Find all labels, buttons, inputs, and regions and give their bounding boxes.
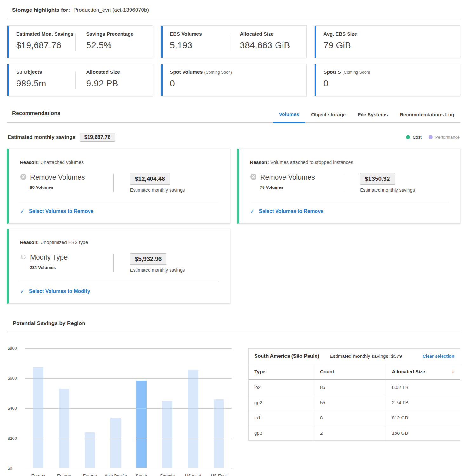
x-axis-label: US East(Ohio)	[206, 473, 232, 476]
x-label-line1: Asia Pacific	[103, 473, 129, 476]
chart-column	[129, 348, 154, 468]
accent-bar	[315, 64, 316, 96]
table-cell: io1	[249, 410, 314, 425]
stat-label-row: EBS Volumes	[170, 31, 229, 37]
reason-row: Reason:Volumes attached to stopped insta…	[250, 160, 449, 165]
tab-file-systems[interactable]: File Systems	[352, 112, 394, 122]
column-header-type: Type	[249, 364, 314, 379]
stat-estimated-mon-savings: Estimated Mon. Savings$19,687.76	[16, 31, 75, 53]
reason-label: Reason:	[20, 160, 39, 165]
stat-value: $19,687.76	[16, 40, 75, 51]
y-axis-tick: $200	[8, 436, 23, 441]
remove-circle-icon	[250, 173, 257, 181]
tab-object-storage[interactable]: Object storage	[305, 112, 352, 122]
stat-card: Avg. EBS Size79 GiB	[314, 25, 460, 58]
action-summary: Modify Type231 Volumes	[20, 253, 113, 273]
action-title: Modify Type	[30, 253, 68, 262]
region-section-heading: Potential Savings by Region	[7, 320, 460, 332]
bar-canada-central[interactable]	[162, 401, 172, 468]
column-header-allocated-size[interactable]: Allocated Size ↓	[386, 364, 460, 379]
chart-column	[25, 348, 51, 468]
gridline	[25, 439, 232, 439]
clear-selection-link[interactable]: Clear selection	[423, 354, 454, 359]
x-axis-label: Europe(London)	[51, 473, 77, 476]
action-head: Remove Volumes	[20, 173, 113, 181]
stat-label-row: Allocated Size	[86, 69, 145, 75]
select-volumes-to-remove-link[interactable]: ✓Select Volumes to Remove	[20, 208, 93, 215]
bar-europe-paris[interactable]	[85, 432, 95, 468]
volume-count: 78 Volumes	[260, 185, 343, 190]
x-label-line1: Canada	[154, 473, 180, 476]
select-link-label: Select Volumes to Remove	[259, 208, 323, 214]
chart-x-axis-labels: Europe(Stockholm)Europe(London)Europe(Pa…	[25, 473, 232, 476]
x-label-line1: Europe	[77, 473, 103, 476]
stat-label-row: Allocated Size	[240, 31, 299, 37]
sort-descending-icon[interactable]: ↓	[452, 369, 455, 375]
page-header: Storage highlights for: Production_evn (…	[7, 6, 460, 18]
action-title: Remove Volumes	[260, 173, 315, 181]
stat-card: Spot Volumes(Coming Soon)0	[161, 64, 307, 96]
savings-block: $1350.32Estimated monthly savings	[343, 173, 449, 193]
storage-highlights-cards: Estimated Mon. Savings$19,687.76Savings …	[7, 25, 460, 96]
accent-bar	[7, 26, 9, 58]
bar-us-west-oregon[interactable]	[188, 370, 198, 468]
bar-us-east-ohio[interactable]	[214, 399, 224, 468]
stat-allocated-size: Allocated Size384,663 GiB	[229, 31, 299, 53]
column-header-count: Count	[314, 364, 386, 379]
table-cell: gp2	[249, 395, 314, 410]
table-cell: 2.74 TB	[386, 395, 460, 410]
selected-region-savings: Estimated monthly savings: $579	[330, 353, 402, 359]
remove-circle-icon	[20, 173, 27, 181]
stat-spot-volumes: Spot Volumes(Coming Soon)0	[170, 69, 299, 92]
x-axis-label: Asia Pacific(Tokyo)	[103, 473, 129, 476]
x-axis-label: South America(São Paulo)	[129, 473, 154, 476]
chart-column	[103, 348, 129, 468]
region-content: Europe(Stockholm)Europe(London)Europe(Pa…	[7, 348, 460, 476]
table-cell: 2	[314, 425, 386, 441]
coming-soon-label: (Coming Soon)	[343, 70, 370, 75]
bar-europe-london[interactable]	[59, 389, 69, 468]
stat-label-row: Spot Volumes(Coming Soon)	[170, 69, 299, 75]
stat-label: Allocated Size	[240, 31, 274, 37]
summary-label: Estimated monthly savings	[8, 134, 76, 140]
legend: CostPerformance	[406, 135, 460, 139]
check-icon: ✓	[250, 208, 255, 215]
account-name: Production_evn (act-1396070b)	[73, 7, 149, 13]
reason-label: Reason:	[20, 240, 39, 245]
chart-column	[154, 348, 180, 468]
chart-column	[206, 348, 232, 468]
stat-label: Avg. EBS Size	[323, 31, 357, 37]
table-cell: 158 GB	[386, 425, 460, 441]
x-label-line1: Europe	[51, 473, 77, 476]
check-icon: ✓	[20, 288, 25, 295]
legend-item-performance: Performance	[429, 135, 460, 139]
recommendation-card: Reason:Unattached volumesRemove Volumes8…	[7, 149, 230, 224]
recommendations-heading: Recommendations	[12, 110, 60, 122]
legend-dot-cost	[406, 135, 410, 139]
select-volumes-to-remove-link[interactable]: ✓Select Volumes to Remove	[250, 208, 323, 215]
stat-label: SpotFS	[323, 69, 341, 75]
stat-label-row: S3 Objects	[16, 69, 75, 75]
bar-south-america-s-o-paulo[interactable]	[136, 381, 147, 468]
stat-allocated-size: Allocated Size9.92 PB	[76, 69, 145, 92]
bar-europe-stockholm[interactable]	[33, 367, 43, 468]
region-table-header: South America (São Paulo) Estimated mont…	[249, 349, 460, 364]
savings-value-chip: $12,404.48	[130, 173, 170, 185]
action-summary: Remove Volumes80 Volumes	[20, 173, 113, 193]
reason-row: Reason:Unattached volumes	[20, 160, 219, 165]
table-cell: 55	[314, 395, 386, 410]
savings-summary-row: Estimated monthly savings $19,687.76 Cos…	[7, 133, 460, 142]
table-row: gp2552.74 TB	[249, 395, 460, 410]
y-axis-tick: $0	[8, 466, 23, 471]
savings-caption: Estimated monthly savings	[360, 187, 449, 193]
chart-column	[77, 348, 103, 468]
tab-volumes[interactable]: Volumes	[273, 112, 305, 123]
table-cell: 6.02 TB	[386, 379, 460, 395]
x-label-line1: US west	[180, 473, 206, 476]
tab-recommendations-log[interactable]: Recommendations Log	[394, 112, 460, 122]
savings-caption: Estimated monthly savings	[130, 268, 219, 273]
select-volumes-to-modify-link[interactable]: ✓Select Volumes to Modify	[20, 288, 90, 295]
action-summary: Remove Volumes78 Volumes	[250, 173, 343, 193]
bar-asia-pacific-tokyo[interactable]	[110, 418, 121, 468]
select-link-label: Select Volumes to Remove	[29, 208, 93, 214]
